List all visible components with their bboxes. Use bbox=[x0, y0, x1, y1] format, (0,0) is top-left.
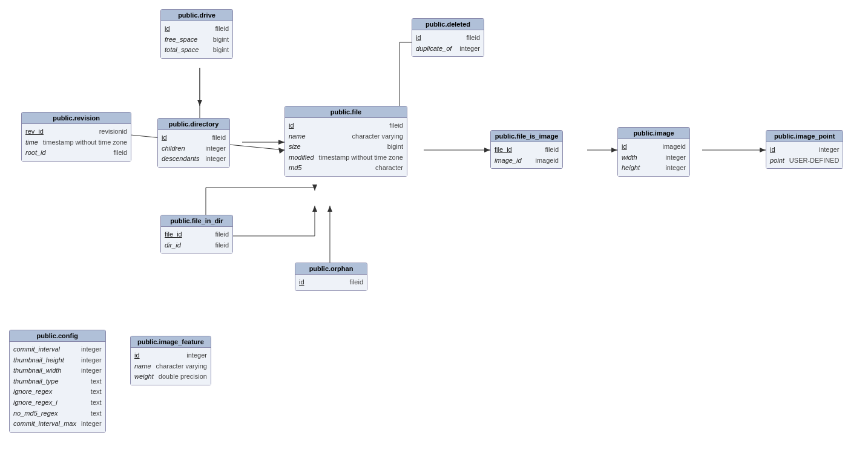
table-row: file_idfileid bbox=[165, 229, 229, 240]
svg-marker-19 bbox=[327, 206, 332, 212]
table-row: heightinteger bbox=[622, 163, 686, 174]
col-type: text bbox=[91, 397, 102, 408]
table-header-orphan: public.orphan bbox=[295, 263, 367, 275]
table-body-file_is_image: file_idfileidimage_idimageid bbox=[491, 142, 562, 168]
table-row: pointUSER-DEFINED bbox=[770, 155, 839, 166]
table-row: namecharacter varying bbox=[134, 361, 207, 372]
table-body-orphan: idfileid bbox=[295, 275, 367, 290]
col-type: text bbox=[91, 408, 102, 419]
table-row: no_md5_regextext bbox=[13, 408, 102, 419]
table-revision: public.revisionrev_idrevisionidtimetimes… bbox=[21, 112, 131, 162]
table-row: modifiedtimestamp without time zone bbox=[289, 152, 403, 163]
svg-marker-25 bbox=[760, 148, 766, 152]
table-header-drive: public.drive bbox=[161, 10, 232, 21]
col-name: time bbox=[25, 137, 38, 148]
table-header-config: public.config bbox=[10, 330, 105, 342]
col-name: ignore_regex bbox=[13, 387, 52, 397]
table-row: namecharacter varying bbox=[289, 131, 403, 142]
table-file_in_dir: public.file_in_dirfile_idfileiddir_idfil… bbox=[160, 215, 233, 253]
col-name: ignore_regex_i bbox=[13, 397, 58, 408]
table-body-revision: rev_idrevisionidtimetimestamp without ti… bbox=[22, 124, 131, 161]
table-row: free_spacebigint bbox=[165, 34, 229, 45]
diagram: public.driveidfileidfree_spacebiginttota… bbox=[0, 0, 868, 461]
col-type: integer bbox=[186, 350, 207, 361]
table-row: childreninteger bbox=[162, 143, 226, 154]
table-row: rev_idrevisionid bbox=[25, 126, 127, 137]
col-type: imageid bbox=[535, 155, 559, 166]
col-type: USER-DEFINED bbox=[789, 155, 840, 166]
table-body-image_feature: idintegernamecharacter varyingweightdoub… bbox=[131, 348, 211, 385]
table-orphan: public.orphanidfileid bbox=[295, 263, 367, 291]
col-type: fileid bbox=[114, 148, 128, 159]
col-name: thumbnail_width bbox=[13, 365, 62, 376]
col-type: fileid bbox=[545, 145, 559, 155]
table-row: thumbnail_widthinteger bbox=[13, 365, 102, 376]
col-name: total_space bbox=[165, 45, 199, 56]
col-name: height bbox=[622, 163, 640, 174]
svg-marker-14 bbox=[312, 185, 317, 191]
col-type: character varying bbox=[352, 131, 403, 142]
table-body-deleted: idfileidduplicate_ofinteger bbox=[412, 30, 484, 56]
col-name: no_md5_regex bbox=[13, 408, 58, 419]
col-type: bigint bbox=[387, 142, 403, 152]
col-type: imageid bbox=[662, 142, 686, 152]
col-type: integer bbox=[819, 145, 840, 155]
col-type: integer bbox=[81, 365, 102, 376]
table-header-image: public.image bbox=[618, 128, 689, 139]
col-name: id bbox=[289, 120, 294, 131]
table-row: idimageid bbox=[622, 142, 686, 152]
col-name: size bbox=[289, 142, 301, 152]
table-body-file_in_dir: file_idfileiddir_idfileid bbox=[161, 227, 232, 253]
svg-marker-21 bbox=[484, 148, 490, 152]
table-header-file_in_dir: public.file_in_dir bbox=[161, 215, 232, 227]
table-image_point: public.image_pointidintegerpointUSER-DEF… bbox=[766, 130, 843, 169]
col-name: id bbox=[622, 142, 627, 152]
table-row: idfileid bbox=[162, 132, 226, 143]
table-row: ignore_regex_itext bbox=[13, 397, 102, 408]
col-type: integer bbox=[205, 154, 226, 165]
col-type: text bbox=[91, 376, 102, 387]
table-header-image_point: public.image_point bbox=[766, 131, 843, 142]
col-type: timestamp without time zone bbox=[319, 152, 403, 163]
connections-svg bbox=[0, 0, 868, 461]
col-type: character bbox=[375, 163, 403, 174]
col-name: root_id bbox=[25, 148, 46, 159]
table-row: idfileid bbox=[165, 24, 229, 34]
svg-marker-23 bbox=[611, 148, 617, 152]
col-name: thumbnail_type bbox=[13, 376, 59, 387]
col-name: id bbox=[165, 24, 170, 34]
table-header-deleted: public.deleted bbox=[412, 19, 484, 30]
col-type: fileid bbox=[349, 277, 363, 288]
table-row: image_idimageid bbox=[495, 155, 559, 166]
svg-marker-1 bbox=[197, 100, 202, 106]
table-row: duplicate_ofinteger bbox=[416, 44, 480, 54]
col-name: dir_id bbox=[165, 240, 181, 251]
table-row: descendantsinteger bbox=[162, 154, 226, 165]
col-name: file_id bbox=[165, 229, 182, 240]
col-name: id bbox=[134, 350, 140, 361]
table-row: thumbnail_typetext bbox=[13, 376, 102, 387]
table-row: file_idfileid bbox=[495, 145, 559, 155]
table-file: public.fileidfileidnamecharacter varying… bbox=[284, 106, 407, 177]
col-name: duplicate_of bbox=[416, 44, 452, 54]
table-row: timetimestamp without time zone bbox=[25, 137, 127, 148]
col-name: id bbox=[416, 33, 421, 44]
table-body-directory: idfileidchildrenintegerdescendantsintege… bbox=[158, 130, 229, 167]
col-type: fileid bbox=[215, 240, 229, 251]
col-name: commit_interval bbox=[13, 344, 60, 355]
col-type: integer bbox=[81, 355, 102, 366]
col-type: integer bbox=[205, 143, 226, 154]
col-type: revisionid bbox=[99, 126, 127, 137]
table-row: weightdouble precision bbox=[134, 371, 207, 382]
col-type: integer bbox=[665, 163, 686, 174]
col-name: thumbnail_height bbox=[13, 355, 64, 366]
table-row: idfileid bbox=[299, 277, 363, 288]
table-row: root_idfileid bbox=[25, 148, 127, 159]
table-row: widthinteger bbox=[622, 152, 686, 163]
table-drive: public.driveidfileidfree_spacebiginttota… bbox=[160, 9, 233, 59]
col-type: integer bbox=[81, 419, 102, 430]
table-header-revision: public.revision bbox=[22, 113, 131, 124]
table-header-file_is_image: public.file_is_image bbox=[491, 131, 562, 142]
table-file_is_image: public.file_is_imagefile_idfileidimage_i… bbox=[490, 130, 563, 169]
col-type: bigint bbox=[213, 45, 229, 56]
